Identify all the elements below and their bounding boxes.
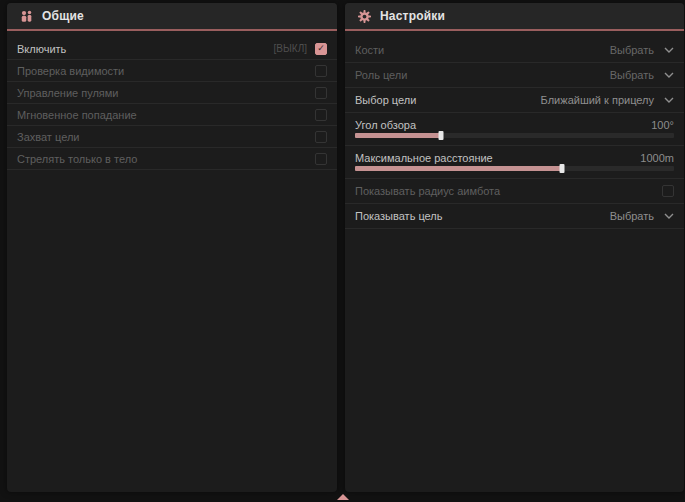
row-slider: Угол обзора 100° bbox=[345, 113, 684, 146]
keybind-label: [ВЫКЛ] bbox=[274, 43, 307, 54]
checkbox[interactable]: ✓ bbox=[315, 65, 327, 77]
row-checkbox: Мгновенное попадание ✓ bbox=[7, 104, 337, 126]
scroll-up-arrow-icon[interactable] bbox=[337, 494, 349, 500]
row-label: Мгновенное попадание bbox=[17, 109, 137, 121]
row-checkbox: Захват цели ✓ bbox=[7, 126, 337, 148]
row-label: Включить bbox=[17, 43, 66, 55]
row-controls: [ВЫКЛ] ✓ bbox=[274, 43, 327, 55]
row-controls: ✓ bbox=[315, 65, 327, 77]
slider-value: 1000m bbox=[640, 152, 674, 164]
row-controls: ✓ bbox=[662, 185, 674, 197]
row-label: Стрелять только в тело bbox=[17, 153, 137, 165]
slider-label-row: Угол обзора 100° bbox=[355, 119, 674, 131]
row-checkbox: Стрелять только в тело ✓ bbox=[7, 148, 337, 170]
dropdown[interactable]: Выбрать bbox=[610, 44, 674, 56]
checkbox[interactable]: ✓ bbox=[315, 153, 327, 165]
gear-icon bbox=[357, 9, 372, 24]
row-label: Показывать цель bbox=[355, 210, 443, 222]
row-label: Кости bbox=[355, 44, 384, 56]
row-label: Выбор цели bbox=[355, 94, 416, 106]
panel-title: Настройки bbox=[380, 9, 445, 23]
row-checkbox: Показывать радиус аимбота ✓ bbox=[345, 179, 684, 204]
slider[interactable] bbox=[355, 133, 674, 138]
checkbox[interactable]: ✓ bbox=[315, 109, 327, 121]
slider-handle[interactable] bbox=[439, 131, 444, 140]
checkbox[interactable]: ✓ bbox=[315, 87, 327, 99]
row-controls: ✓ bbox=[315, 87, 327, 99]
dropdown[interactable]: Ближайший к прицелу bbox=[541, 94, 674, 106]
panel-settings-header: Настройки bbox=[345, 3, 684, 31]
panel-settings: Настройки Кости Выбрать Роль цели Выбрат… bbox=[345, 3, 684, 492]
chevron-down-icon bbox=[664, 213, 674, 219]
row-dropdown: Кости Выбрать bbox=[345, 38, 684, 63]
cheat-menu-root: Общие Включить [ВЫКЛ] ✓ Проверка видимос… bbox=[0, 0, 685, 502]
chevron-down-icon bbox=[664, 97, 674, 103]
row-controls: ✓ bbox=[315, 109, 327, 121]
dropdown-value: Выбрать bbox=[610, 69, 654, 81]
row-label: Проверка видимости bbox=[17, 65, 124, 77]
row-checkbox: Управление пулями ✓ bbox=[7, 82, 337, 104]
row-dropdown: Роль цели Выбрать bbox=[345, 63, 684, 88]
dropdown-value: Выбрать bbox=[610, 210, 654, 222]
row-slider: Максимальное расстояние 1000m bbox=[345, 146, 684, 179]
checkbox[interactable]: ✓ bbox=[315, 131, 327, 143]
slider-handle[interactable] bbox=[560, 164, 565, 173]
row-controls: ✓ bbox=[315, 131, 327, 143]
checkbox[interactable]: ✓ bbox=[662, 185, 674, 197]
row-label: Угол обзора bbox=[355, 119, 416, 131]
people-icon bbox=[19, 9, 34, 24]
row-dropdown: Показывать цель Выбрать bbox=[345, 204, 684, 229]
slider-label-row: Максимальное расстояние 1000m bbox=[355, 152, 674, 164]
row-label: Максимальное расстояние bbox=[355, 152, 493, 164]
slider[interactable] bbox=[355, 166, 674, 171]
dropdown[interactable]: Выбрать bbox=[610, 69, 674, 81]
row-checkbox: Включить [ВЫКЛ] ✓ bbox=[7, 38, 337, 60]
row-label: Управление пулями bbox=[17, 87, 119, 99]
chevron-down-icon bbox=[664, 72, 674, 78]
dropdown[interactable]: Выбрать bbox=[610, 210, 674, 222]
dropdown-value: Ближайший к прицелу bbox=[541, 94, 654, 106]
row-dropdown: Выбор цели Ближайший к прицелу bbox=[345, 88, 684, 113]
checkmark-icon: ✓ bbox=[317, 44, 325, 53]
row-controls: ✓ bbox=[315, 153, 327, 165]
panel-general-header: Общие bbox=[7, 3, 337, 31]
row-label: Роль цели bbox=[355, 69, 407, 81]
chevron-down-icon bbox=[664, 47, 674, 53]
panel-general-rows: Включить [ВЫКЛ] ✓ Проверка видимости ✓ У… bbox=[7, 31, 337, 170]
slider-fill bbox=[355, 133, 441, 138]
slider-fill bbox=[355, 166, 562, 171]
panel-general: Общие Включить [ВЫКЛ] ✓ Проверка видимос… bbox=[7, 3, 337, 492]
row-label: Показывать радиус аимбота bbox=[355, 185, 500, 197]
checkbox[interactable]: ✓ bbox=[315, 43, 327, 55]
panel-settings-rows: Кости Выбрать Роль цели Выбрать Выбор це… bbox=[345, 31, 684, 229]
panel-title: Общие bbox=[42, 9, 84, 23]
row-label: Захват цели bbox=[17, 131, 79, 143]
dropdown-value: Выбрать bbox=[610, 44, 654, 56]
slider-value: 100° bbox=[651, 119, 674, 131]
row-checkbox: Проверка видимости ✓ bbox=[7, 60, 337, 82]
